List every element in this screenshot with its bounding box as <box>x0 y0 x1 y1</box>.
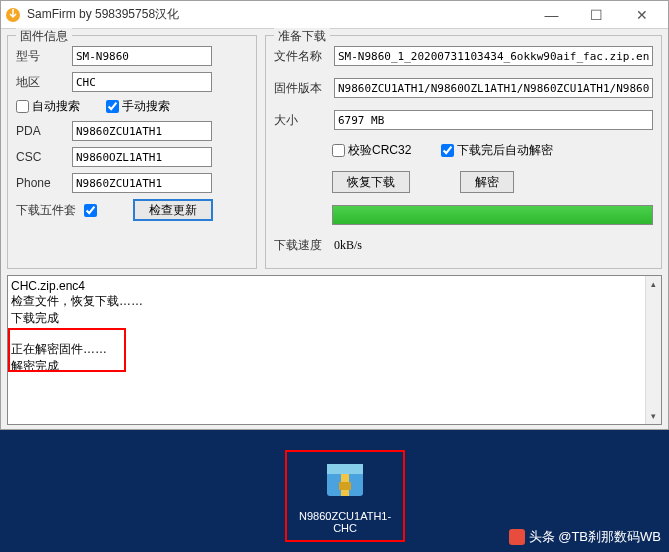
log-scrollbar[interactable]: ▴ ▾ <box>645 276 661 424</box>
auto-search-checkbox[interactable]: 自动搜索 <box>16 98 80 115</box>
window-title: SamFirm by 598395758汉化 <box>27 6 529 23</box>
log-line: CHC.zip.enc4 <box>11 279 658 293</box>
firmware-info-group: 固件信息 型号 地区 自动搜索 手动搜索 PDA CSC <box>7 35 257 269</box>
scroll-up-icon[interactable]: ▴ <box>646 276 661 292</box>
zip-file-icon <box>321 456 369 504</box>
fw-input[interactable] <box>334 78 653 98</box>
download-group: 准备下载 文件名称 固件版本 大小 校验CRC32 下载完后自动解密 恢复下载 … <box>265 35 662 269</box>
region-input[interactable] <box>72 72 212 92</box>
csc-input[interactable] <box>72 147 212 167</box>
size-label: 大小 <box>274 112 328 129</box>
titlebar[interactable]: SamFirm by 598395758汉化 — ☐ ✕ <box>1 1 668 29</box>
auto-decrypt-checkbox[interactable]: 下载完后自动解密 <box>441 142 553 159</box>
dl5-label: 下载五件套 <box>16 202 78 219</box>
crc-checkbox[interactable]: 校验CRC32 <box>332 142 411 159</box>
log-line: 检查文件，恢复下载…… <box>11 293 658 310</box>
desktop-file-label: N9860ZCU1ATH1-CHC <box>299 510 391 534</box>
svg-rect-2 <box>327 464 363 474</box>
file-input[interactable] <box>334 46 653 66</box>
toutiao-icon <box>509 529 525 545</box>
decrypt-button[interactable]: 解密 <box>460 171 514 193</box>
svg-rect-4 <box>339 482 351 490</box>
download-group-title: 准备下载 <box>274 28 330 45</box>
app-window: SamFirm by 598395758汉化 — ☐ ✕ 固件信息 型号 地区 … <box>0 0 669 430</box>
model-input[interactable] <box>72 46 212 66</box>
log-line: 解密完成 <box>11 358 658 375</box>
model-label: 型号 <box>16 48 66 65</box>
minimize-button[interactable]: — <box>529 1 574 29</box>
log-line <box>11 327 658 341</box>
phone-input[interactable] <box>72 173 212 193</box>
close-button[interactable]: ✕ <box>619 1 664 29</box>
phone-label: Phone <box>16 176 66 190</box>
fw-label: 固件版本 <box>274 80 328 97</box>
region-label: 地区 <box>16 74 66 91</box>
file-label: 文件名称 <box>274 48 328 65</box>
check-update-button[interactable]: 检查更新 <box>133 199 213 221</box>
resume-download-button[interactable]: 恢复下载 <box>332 171 410 193</box>
pda-input[interactable] <box>72 121 212 141</box>
progress-bar <box>332 205 653 225</box>
csc-label: CSC <box>16 150 66 164</box>
maximize-button[interactable]: ☐ <box>574 1 619 29</box>
pda-label: PDA <box>16 124 66 138</box>
speed-label: 下载速度 <box>274 237 328 254</box>
desktop-file[interactable]: N9860ZCU1ATH1-CHC <box>285 450 385 542</box>
dl5-checkbox[interactable] <box>84 204 97 217</box>
footer-watermark: 头条 @TB刹那数码WB <box>509 528 661 546</box>
size-input[interactable] <box>334 110 653 130</box>
manual-search-checkbox[interactable]: 手动搜索 <box>106 98 170 115</box>
speed-value: 0kB/s <box>334 238 362 253</box>
app-icon <box>5 7 21 23</box>
log-area[interactable]: CHC.zip.enc4检查文件，恢复下载……下载完成 正在解密固件……解密完成… <box>7 275 662 425</box>
firmware-group-title: 固件信息 <box>16 28 72 45</box>
log-line: 下载完成 <box>11 310 658 327</box>
log-line: 正在解密固件…… <box>11 341 658 358</box>
scroll-down-icon[interactable]: ▾ <box>646 408 661 424</box>
